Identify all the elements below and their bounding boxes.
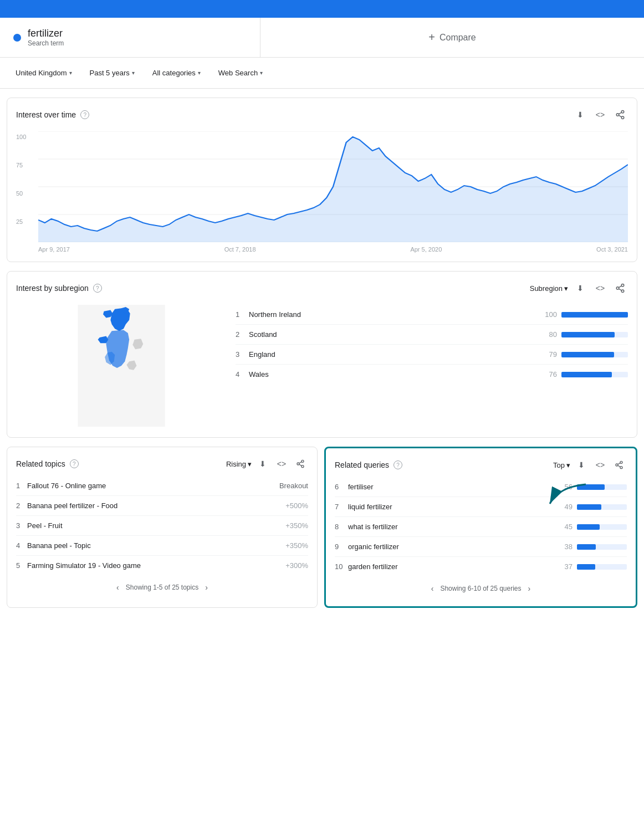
related-queries-panel: Related queries ? Top ▾ ⬇ <> 6 xyxy=(324,447,637,608)
search-subterm: Search term xyxy=(28,39,64,47)
svg-point-17 xyxy=(297,463,299,465)
topic-rank: 4 xyxy=(16,541,27,550)
chart-x-axis: Apr 9, 2017 Oct 7, 2018 Apr 5, 2020 Oct … xyxy=(38,246,628,253)
query-bar-fill xyxy=(577,504,601,510)
interest-by-subregion-title-group: Interest by subregion ? xyxy=(16,284,102,293)
query-value: 37 xyxy=(557,562,573,571)
topic-value: +350% xyxy=(285,541,308,550)
queries-embed-icon[interactable]: <> xyxy=(592,457,608,473)
svg-line-4 xyxy=(619,112,621,114)
query-rank: 8 xyxy=(335,523,344,531)
y-label-75: 75 xyxy=(16,162,26,168)
interest-over-time-title-group: Interest over time ? xyxy=(16,110,89,119)
bar-value: 100 xyxy=(540,310,557,319)
svg-point-12 xyxy=(621,290,624,293)
download-icon[interactable]: ⬇ xyxy=(573,107,588,122)
embed-icon[interactable]: <> xyxy=(592,107,608,122)
query-label: garden fertilizer xyxy=(348,562,553,571)
x-label-2: Apr 5, 2020 xyxy=(410,246,442,253)
region-filter[interactable]: United Kingdom ▾ xyxy=(9,65,79,80)
bar-value: 76 xyxy=(540,370,557,378)
query-value: 49 xyxy=(557,503,573,511)
topics-filter-label: Rising xyxy=(226,460,246,468)
related-topics-help[interactable]: ? xyxy=(70,459,79,468)
queries-filter-btn[interactable]: Top ▾ xyxy=(553,461,570,469)
queries-share-icon[interactable] xyxy=(611,457,627,473)
topic-value: Breakout xyxy=(279,482,308,490)
related-topics-title-group: Related topics ? xyxy=(16,459,79,468)
svg-point-11 xyxy=(616,287,619,290)
interest-over-time-title: Interest over time xyxy=(16,110,76,119)
query-label: organic fertilizer xyxy=(348,543,553,551)
type-chevron: ▾ xyxy=(260,70,263,76)
topic-row: 3 Peel - Fruit +350% xyxy=(16,516,308,536)
y-label-25: 25 xyxy=(16,218,26,225)
topics-prev-btn[interactable]: ‹ xyxy=(114,581,121,594)
compare-plus-icon: + xyxy=(428,31,435,44)
bar-fill xyxy=(561,312,628,318)
time-filter[interactable]: Past 5 years ▾ xyxy=(83,65,141,80)
query-label: what is fertilizer xyxy=(348,523,553,531)
bar-value: 80 xyxy=(540,330,557,339)
chart-area xyxy=(38,131,628,244)
topics-filter-btn[interactable]: Rising ▾ xyxy=(226,460,252,468)
related-queries-help[interactable]: ? xyxy=(393,460,402,469)
interest-by-subregion-title: Interest by subregion xyxy=(16,284,89,293)
svg-point-18 xyxy=(301,465,304,468)
topics-pagination-text: Showing 1-5 of 25 topics xyxy=(126,584,198,591)
subregion-download-icon[interactable]: ⬇ xyxy=(573,280,588,296)
compare-box[interactable]: + Compare xyxy=(260,18,644,57)
topics-pagination: ‹ Showing 1-5 of 25 topics › xyxy=(16,575,308,596)
bottom-panels: Related topics ? Rising ▾ ⬇ <> 1 xyxy=(7,447,637,608)
time-label: Past 5 years xyxy=(90,69,130,77)
svg-point-2 xyxy=(621,116,624,119)
bar-background xyxy=(561,312,628,318)
related-topics-actions: Rising ▾ ⬇ <> xyxy=(226,456,308,472)
region-chevron: ▾ xyxy=(69,70,72,76)
queries-download-icon[interactable]: ⬇ xyxy=(574,457,589,473)
svg-line-3 xyxy=(619,115,621,117)
query-bar-background xyxy=(577,544,627,550)
category-label: All categories xyxy=(152,69,196,77)
svg-point-16 xyxy=(301,460,304,462)
subregion-help[interactable]: ? xyxy=(93,284,102,293)
query-bar-fill xyxy=(577,544,596,550)
share-icon[interactable] xyxy=(612,107,628,122)
related-queries-title: Related queries xyxy=(335,460,389,469)
topics-next-btn[interactable]: › xyxy=(203,581,210,594)
uk-map xyxy=(16,305,227,428)
query-row: 7 liquid fertilizer 49 xyxy=(335,497,627,517)
interest-line-chart xyxy=(38,131,628,242)
topics-share-icon[interactable] xyxy=(293,456,308,472)
google-trends-top-bar xyxy=(0,0,644,18)
type-filter[interactable]: Web Search ▾ xyxy=(212,65,269,80)
bar-background xyxy=(561,372,628,377)
svg-point-10 xyxy=(621,284,624,287)
query-bar-background xyxy=(577,564,627,570)
bar-label: England xyxy=(249,350,536,359)
topics-download-icon[interactable]: ⬇ xyxy=(255,456,270,472)
subregion-share-icon[interactable] xyxy=(612,280,628,296)
queries-next-btn[interactable]: › xyxy=(526,582,533,595)
topic-row: 1 Fallout 76 - Online game Breakout xyxy=(16,476,308,496)
topic-label: Fallout 76 - Online game xyxy=(27,482,279,490)
category-filter[interactable]: All categories ▾ xyxy=(146,65,207,80)
svg-point-0 xyxy=(621,111,624,114)
query-row: 6 fertiliser 56 xyxy=(335,477,627,497)
topics-embed-icon[interactable]: <> xyxy=(274,456,289,472)
subregion-content: 1 Northern Ireland 100 2 Scotland 80 3 E… xyxy=(16,300,628,428)
queries-prev-btn[interactable]: ‹ xyxy=(429,582,436,595)
query-rank: 9 xyxy=(335,543,344,551)
subregion-filter-btn[interactable]: Subregion ▾ xyxy=(530,284,568,293)
query-rank: 7 xyxy=(335,503,344,511)
topics-list: 1 Fallout 76 - Online game Breakout 2 Ba… xyxy=(16,476,308,575)
subregion-bar-row: 1 Northern Ireland 100 xyxy=(236,305,628,325)
bar-rank: 4 xyxy=(236,370,244,378)
bar-label: Scotland xyxy=(249,330,536,339)
bar-label: Northern Ireland xyxy=(249,310,536,319)
related-queries-actions: Top ▾ ⬇ <> xyxy=(553,457,627,473)
x-label-3: Oct 3, 2021 xyxy=(596,246,628,253)
subregion-embed-icon[interactable]: <> xyxy=(592,280,608,296)
query-bar-background xyxy=(577,504,627,510)
interest-over-time-help[interactable]: ? xyxy=(80,110,89,119)
